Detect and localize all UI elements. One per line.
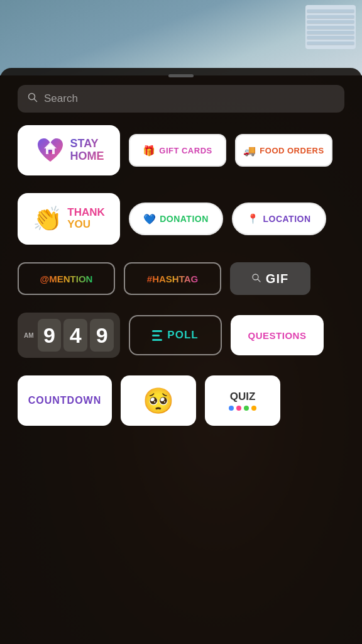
heart-icon: 💙: [143, 213, 156, 225]
gif-search-icon: [252, 274, 261, 284]
food-orders-label: FOOD ORDERS: [260, 146, 324, 155]
emoji-sticker[interactable]: 🥺: [121, 375, 196, 426]
sticker-grid: STAYHOME 🎁 GIFT CARDS 🚚 FOOD ORDERS 👏 TH…: [0, 125, 362, 443]
mention-sticker[interactable]: @MENTION: [18, 262, 115, 295]
stay-home-label: STAYHOME: [70, 138, 104, 163]
poll-label: POLL: [167, 329, 198, 341]
window-decoration: [305, 5, 356, 49]
quiz-option-a: [229, 406, 234, 411]
donation-label: DONATION: [160, 214, 209, 224]
sticker-row-5: COUNTDOWN 🥺 QUIZ: [18, 375, 344, 426]
gift-cards-sticker[interactable]: 🎁 GIFT CARDS: [129, 134, 226, 167]
countdown-label: COUNTDOWN: [28, 395, 102, 406]
time-digit-1: 9: [38, 319, 62, 352]
countdown-sticker[interactable]: COUNTDOWN: [18, 375, 112, 426]
time-sticker[interactable]: AM 9 4 9: [18, 313, 120, 358]
background-top: [0, 0, 362, 75]
quiz-options: [229, 406, 256, 411]
drag-handle[interactable]: [168, 74, 194, 77]
stay-home-sticker[interactable]: STAYHOME: [18, 125, 120, 175]
gif-sticker[interactable]: GIF: [230, 262, 310, 295]
poll-sticker[interactable]: POLL: [129, 315, 222, 355]
hashtag-label: #HASHTAG: [147, 274, 198, 284]
svg-line-6: [258, 279, 260, 282]
stay-home-text-block: STAYHOME: [70, 138, 104, 163]
truck-icon: 🚚: [243, 145, 256, 157]
time-digit-2: 4: [63, 319, 87, 352]
thank-label: THANK: [67, 207, 105, 219]
quiz-option-d: [251, 406, 256, 411]
quiz-option-c: [244, 406, 249, 411]
emoji-icon: 🥺: [143, 386, 174, 416]
stay-home-icon: [34, 134, 67, 167]
donation-sticker[interactable]: 💙 DONATION: [129, 203, 223, 235]
poll-line-2: [152, 335, 160, 336]
svg-rect-4: [48, 150, 52, 154]
questions-sticker[interactable]: QUESTIONS: [231, 315, 324, 355]
location-label: LOCATION: [263, 214, 310, 224]
sticker-row-1: STAYHOME 🎁 GIFT CARDS 🚚 FOOD ORDERS: [18, 125, 344, 175]
you-label: YOU: [67, 219, 105, 231]
gif-label: GIF: [266, 272, 288, 286]
sticker-row-4: AM 9 4 9 POLL QUESTIONS: [18, 313, 344, 358]
location-sticker[interactable]: 📍 LOCATION: [232, 203, 326, 235]
quiz-label: QUIZ: [230, 391, 256, 403]
quiz-option-b: [236, 406, 241, 411]
pin-icon: 📍: [247, 213, 259, 225]
time-digit-3: 9: [90, 319, 114, 352]
poll-icon: [152, 330, 162, 341]
clapping-hands-icon: 👏: [33, 205, 62, 233]
sticker-row-3: @MENTION #HASHTAG GIF: [18, 262, 344, 295]
time-ampm: AM: [24, 332, 34, 339]
hashtag-sticker[interactable]: #HASHTAG: [124, 262, 221, 295]
thank-you-text-block: THANK YOU: [67, 207, 105, 230]
sticker-panel: Search: [0, 68, 362, 644]
sticker-row-2: 👏 THANK YOU 💙 DONATION 📍 LOCATION: [18, 193, 344, 245]
poll-line-3: [152, 339, 162, 341]
food-orders-sticker[interactable]: 🚚 FOOD ORDERS: [235, 134, 332, 167]
questions-label: QUESTIONS: [248, 330, 307, 341]
gift-icon: 🎁: [143, 145, 155, 157]
search-bar[interactable]: Search: [18, 85, 344, 113]
quiz-sticker[interactable]: QUIZ: [205, 375, 280, 426]
poll-line-1: [152, 330, 162, 332]
gift-cards-label: GIFT CARDS: [159, 146, 212, 155]
thank-you-sticker[interactable]: 👏 THANK YOU: [18, 193, 120, 245]
mention-label: @MENTION: [40, 274, 93, 284]
